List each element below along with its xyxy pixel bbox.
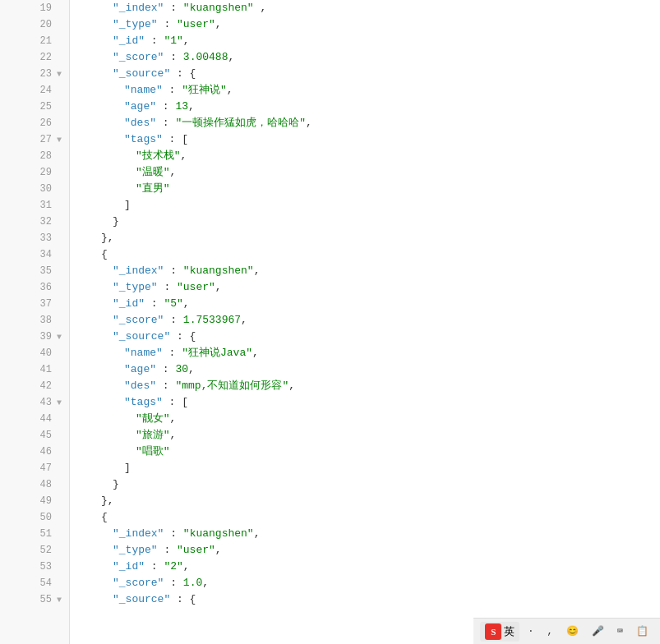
line-gutter: 1920212223▼24252627▼28293031323334353637… xyxy=(0,0,70,644)
code-line: "温暖", xyxy=(78,164,660,181)
gutter-line: 47 xyxy=(0,460,69,476)
gutter-line: 41 xyxy=(0,361,69,378)
mic-icon[interactable]: 🎤 xyxy=(587,623,609,639)
punct-token: , xyxy=(170,411,177,427)
code-line: { xyxy=(78,509,660,526)
punct-token: : { xyxy=(170,66,196,82)
punct-token: , xyxy=(188,361,195,378)
gutter-line: 28 xyxy=(0,148,69,164)
code-line: { xyxy=(78,246,660,263)
string-token: "狂神说" xyxy=(182,82,227,99)
key-token: "_id" xyxy=(113,559,145,575)
gutter-line: 33 xyxy=(0,230,69,246)
punct-token: }, xyxy=(101,230,114,246)
gutter-line: 37 xyxy=(0,296,69,312)
string-token: "直男" xyxy=(136,181,170,197)
key-token: "_index" xyxy=(113,526,164,542)
gutter-line: 52 xyxy=(0,542,69,559)
punct-token: : [ xyxy=(163,131,188,148)
string-token: "温暖" xyxy=(136,164,170,181)
fold-arrow-icon[interactable]: ▼ xyxy=(54,398,64,407)
gutter-line: 32 xyxy=(0,214,69,230)
sogou-input[interactable]: S 英 xyxy=(480,622,519,642)
fold-arrow-icon[interactable]: ▼ xyxy=(54,69,64,79)
punct-token: } xyxy=(113,476,119,493)
punct-token: { xyxy=(101,509,108,526)
string-token: "user" xyxy=(177,542,215,559)
code-line: "age" : 13, xyxy=(78,99,660,115)
punct-token: : xyxy=(164,575,182,591)
punct-token: : xyxy=(145,296,164,312)
key-token: "_id" xyxy=(113,296,145,312)
punct-token: , xyxy=(254,0,267,16)
line-number: 26 xyxy=(32,117,52,129)
string-token: "一顿操作猛如虎，哈哈哈" xyxy=(175,115,306,131)
fold-arrow-icon[interactable]: ▼ xyxy=(54,135,64,145)
code-line: "name" : "狂神说", xyxy=(78,82,660,99)
gutter-line: 31 xyxy=(0,197,69,214)
key-token: "age" xyxy=(124,99,156,115)
keyboard-icon[interactable]: ⌨ xyxy=(612,623,628,639)
line-number: 23 xyxy=(32,68,52,80)
punct-token: , xyxy=(183,559,190,575)
punct-token: }, xyxy=(101,493,114,509)
key-token: "_type" xyxy=(113,542,158,559)
key-token: "name" xyxy=(124,345,163,361)
lang-label[interactable]: 英 xyxy=(504,624,515,639)
line-number: 50 xyxy=(32,512,52,523)
key-token: "_id" xyxy=(113,33,145,49)
gutter-line: 23▼ xyxy=(0,66,69,82)
gutter-line: 30 xyxy=(0,181,69,197)
fold-arrow-icon[interactable]: ▼ xyxy=(54,595,64,605)
code-line: "_type" : "user", xyxy=(78,279,660,296)
punct-token: : xyxy=(164,312,182,329)
code-line: "_index" : "kuangshen" , xyxy=(78,0,660,16)
line-number: 36 xyxy=(32,282,52,293)
punct-token: : xyxy=(158,279,177,296)
string-token: "靓女" xyxy=(136,411,170,427)
punct-token: , xyxy=(215,16,222,33)
code-line: "_source" : { xyxy=(78,591,660,608)
code-line: "靓女", xyxy=(78,411,660,427)
punct-token: : [ xyxy=(163,394,188,411)
line-number: 31 xyxy=(32,200,52,211)
clipboard-icon[interactable]: 📋 xyxy=(631,623,653,639)
punct-token: , xyxy=(170,427,177,444)
string-token: "唱歌" xyxy=(136,444,170,460)
punct-token: : xyxy=(156,99,175,115)
line-number: 49 xyxy=(32,495,52,507)
punct-comma[interactable]: , xyxy=(542,624,558,639)
gutter-line: 21 xyxy=(0,33,69,49)
emoji-icon[interactable]: 😊 xyxy=(561,623,584,639)
code-line: "_source" : { xyxy=(78,66,660,82)
code-line: "des" : "一顿操作猛如虎，哈哈哈", xyxy=(78,115,660,131)
gutter-line: 46 xyxy=(0,444,69,460)
punct-token: : xyxy=(156,378,175,394)
number-token: 1.0 xyxy=(183,575,202,591)
code-line: "旅游", xyxy=(78,427,660,444)
punct-dot[interactable]: · xyxy=(523,624,538,639)
punct-token: , xyxy=(252,345,259,361)
number-token: 30 xyxy=(175,361,188,378)
gutter-line: 55▼ xyxy=(0,591,69,608)
line-number: 28 xyxy=(32,150,52,162)
line-number: 48 xyxy=(32,479,52,490)
taskbar: S 英 · , 😊 🎤 ⌨ 📋 xyxy=(473,618,660,644)
line-number: 35 xyxy=(32,265,52,277)
line-number: 20 xyxy=(32,19,52,30)
fold-arrow-icon[interactable]: ▼ xyxy=(54,332,64,342)
line-number: 34 xyxy=(32,249,52,260)
number-token: 13 xyxy=(175,99,188,115)
punct-token: , xyxy=(202,575,209,591)
punct-token: : { xyxy=(170,329,196,345)
code-line: "_index" : "kuangshen", xyxy=(78,263,660,279)
gutter-line: 51 xyxy=(0,526,69,542)
code-line: }, xyxy=(78,493,660,509)
code-line: } xyxy=(78,214,660,230)
string-token: "user" xyxy=(177,16,215,33)
punct-token: , xyxy=(241,312,247,329)
key-token: "name" xyxy=(124,82,163,99)
key-token: "_score" xyxy=(113,312,164,329)
line-number: 21 xyxy=(32,35,52,47)
punct-token: { xyxy=(101,246,108,263)
